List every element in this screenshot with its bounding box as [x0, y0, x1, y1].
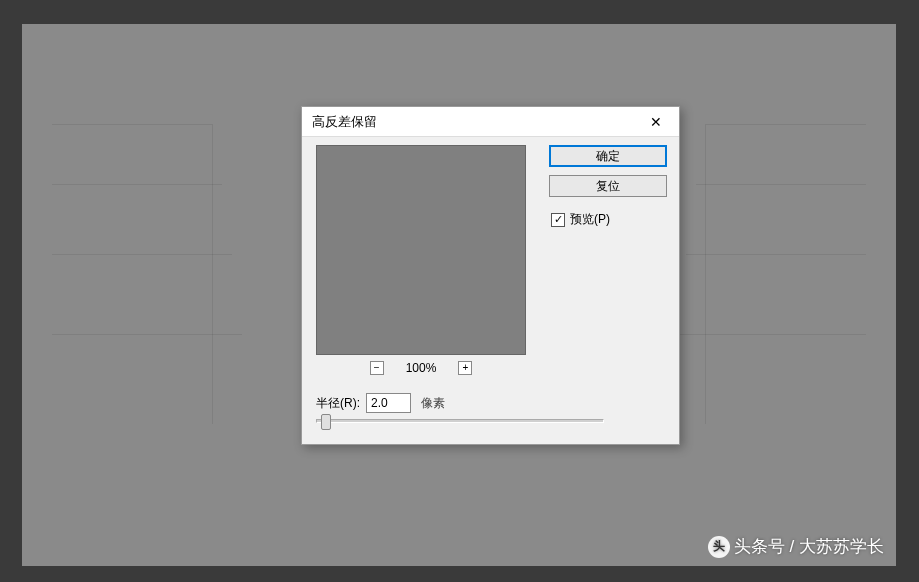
ok-button[interactable]: 确定	[549, 145, 667, 167]
preview-checkbox[interactable]: ✓	[551, 213, 565, 227]
dialog-body: − 100% + 确定 复位 ✓ 预览(P) 半径(R): 像素	[302, 137, 679, 444]
slider-thumb[interactable]	[321, 414, 331, 430]
dialog-actions: 确定 复位 ✓ 预览(P)	[549, 145, 667, 228]
preview-checkbox-row[interactable]: ✓ 预览(P)	[549, 211, 667, 228]
zoom-in-button[interactable]: +	[458, 361, 472, 375]
radius-slider[interactable]	[316, 419, 604, 423]
dialog-titlebar[interactable]: 高反差保留 ✕	[302, 107, 679, 137]
canvas-background: 高反差保留 ✕ − 100% + 确定 复位 ✓ 预览(P) 半径(R):	[22, 24, 896, 566]
zoom-controls: − 100% +	[316, 361, 526, 375]
radius-input[interactable]	[366, 393, 411, 413]
radius-unit: 像素	[421, 395, 445, 412]
watermark-text: 头条号 / 大苏苏学长	[734, 535, 884, 558]
background-building-right	[666, 104, 866, 484]
radius-label: 半径(R):	[316, 395, 360, 412]
preview-checkbox-label: 预览(P)	[570, 211, 610, 228]
radius-row: 半径(R): 像素	[316, 393, 445, 413]
close-icon[interactable]: ✕	[641, 109, 671, 135]
zoom-out-button[interactable]: −	[370, 361, 384, 375]
zoom-level: 100%	[406, 361, 437, 375]
filter-preview[interactable]	[316, 145, 526, 355]
reset-button[interactable]: 复位	[549, 175, 667, 197]
watermark: 头 头条号 / 大苏苏学长	[708, 535, 884, 558]
background-building-left	[52, 104, 252, 484]
watermark-logo: 头	[708, 536, 730, 558]
dialog-title: 高反差保留	[312, 113, 377, 131]
high-pass-dialog: 高反差保留 ✕ − 100% + 确定 复位 ✓ 预览(P) 半径(R):	[301, 106, 680, 445]
